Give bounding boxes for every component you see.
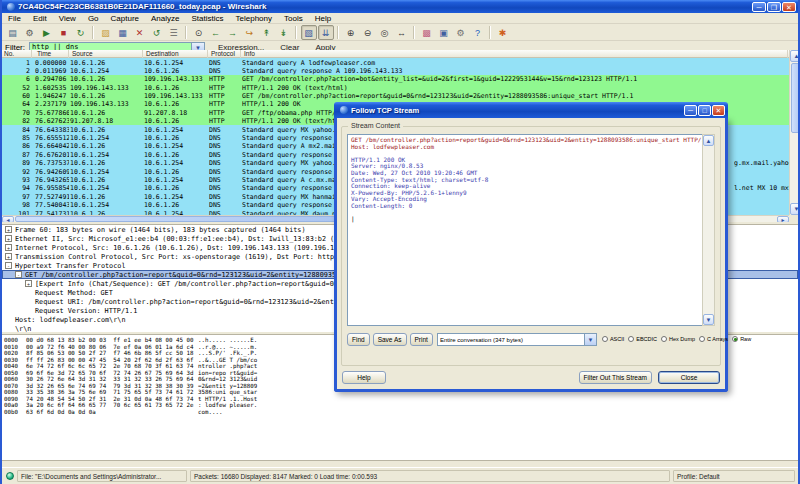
save-as-button[interactable]: Save As (373, 333, 407, 346)
go-forward-icon[interactable]: → (225, 25, 241, 40)
column-header-info[interactable]: Info (242, 50, 788, 58)
stream-scroll-down-icon[interactable]: ▼ (703, 314, 714, 325)
column-header-protocol[interactable]: Protocol (209, 50, 241, 58)
find-packet-icon[interactable]: ⊙ (191, 25, 207, 40)
collapse-icon[interactable]: - (5, 262, 12, 269)
zoom-out-icon[interactable]: ⊖ (360, 25, 376, 40)
packet-source: 10.6.1.254 (70, 67, 142, 75)
radio-ascii[interactable]: ASCII (602, 336, 624, 342)
expand-icon[interactable]: + (25, 280, 32, 287)
stream-content-text[interactable]: GET /bm/controller.php?action=report&gui… (347, 134, 703, 326)
hex-offset: 0020 (2, 350, 26, 356)
packet-list-vscrollbar[interactable]: ▲ ▼ (789, 50, 800, 215)
go-to-top-icon[interactable]: ↟ (259, 25, 275, 40)
conversation-select[interactable]: Entire conversation (347 bytes) ▼ (437, 333, 597, 346)
zoom-in-icon[interactable]: ⊕ (343, 25, 359, 40)
stream-scrollbar[interactable]: ▲ ▼ (702, 134, 715, 326)
help-button[interactable]: Help (342, 371, 386, 384)
capture-options-icon[interactable]: ⚙ (22, 25, 38, 40)
restore-button[interactable]: ❐ (767, 2, 781, 12)
menu-tools[interactable]: Tools (278, 13, 309, 23)
expand-icon[interactable]: + (5, 235, 12, 242)
menu-file[interactable]: File (2, 13, 27, 23)
capture-start-icon[interactable]: ▶ (39, 25, 55, 40)
scroll-down-icon[interactable]: ▼ (790, 203, 800, 215)
dialog-minimize-button[interactable]: ─ (684, 105, 697, 116)
column-header-no[interactable]: No. (2, 50, 32, 58)
capture-restart-icon[interactable]: ↻ (73, 25, 89, 40)
save-file-icon[interactable]: ▦ (115, 25, 131, 40)
preferences-icon[interactable]: ⚙ (453, 25, 469, 40)
go-to-packet-icon[interactable]: ↪ (242, 25, 258, 40)
display-filters-icon[interactable]: ▣ (436, 25, 452, 40)
zoom-100-icon[interactable]: ◎ (377, 25, 393, 40)
dialog-titlebar[interactable]: Follow TCP Stream ─ □ ✕ (334, 102, 728, 118)
column-header-time[interactable]: Time (35, 50, 69, 58)
help-icon[interactable]: ? (470, 25, 486, 40)
menu-analyze[interactable]: Analyze (145, 13, 185, 23)
colorize-toggle-icon[interactable]: ▧ (301, 25, 317, 40)
hex-offset: 0090 (2, 396, 26, 402)
reload-file-icon[interactable]: ↺ (149, 25, 165, 40)
menu-view[interactable]: View (53, 13, 82, 23)
packet-row[interactable]: 601.94624710.6.1.26109.196.143.133HTTPGE… (2, 92, 789, 100)
close-file-icon[interactable]: ✕ (132, 25, 148, 40)
hex-row[interactable]: 00b063 6f 6d 0d 0a 0d 0acom.... (2, 409, 798, 416)
packet-no: 94 (2, 184, 30, 192)
vscroll-thumb[interactable] (791, 63, 800, 133)
interface-list-icon[interactable]: ▤ (5, 25, 21, 40)
hex-ascii: ion=repo rt&guid= (198, 370, 257, 376)
expand-icon[interactable]: + (5, 253, 12, 260)
packet-row[interactable]: 20.01196910.6.1.25410.6.1.26DNSStandard … (2, 66, 789, 74)
status-bar: File: "E:\Documents and Settings\Adminis… (2, 467, 798, 484)
packet-no: 85 (2, 134, 30, 142)
packet-row[interactable]: 60.29470610.6.1.26109.196.143.133HTTPGET… (2, 75, 789, 83)
menu-telephony[interactable]: Telephony (230, 13, 278, 23)
print-button[interactable]: Print (410, 333, 433, 346)
packet-protocol: DNS (209, 67, 240, 75)
radio-dot-icon (699, 336, 705, 342)
filter-out-stream-button[interactable]: Filter Out This Stream (579, 371, 652, 384)
collapse-icon[interactable]: - (15, 271, 22, 278)
radio-hexdump[interactable]: Hex Dump (661, 336, 695, 342)
menu-edit[interactable]: Edit (27, 13, 53, 23)
go-to-bottom-icon[interactable]: ↡ (276, 25, 292, 40)
status-profile[interactable]: Profile: Default (673, 470, 795, 482)
resize-columns-icon[interactable]: ↔ (394, 25, 410, 40)
radio-ebcdic[interactable]: EBCDIC (628, 336, 657, 342)
autoscroll-toggle-icon[interactable]: ⇊ (318, 25, 334, 40)
radio-raw[interactable]: Raw (732, 336, 751, 342)
expand-icon[interactable]: + (5, 244, 12, 251)
stream-scroll-up-icon[interactable]: ▲ (703, 135, 714, 146)
menu-statistics[interactable]: Statistics (186, 13, 230, 23)
dialog-close-icon[interactable]: ✕ (712, 105, 725, 116)
find-button[interactable]: Find (347, 333, 370, 346)
chevron-down-icon[interactable]: ▼ (585, 333, 597, 346)
menu-go[interactable]: Go (82, 13, 105, 23)
close-button[interactable]: ✕ (782, 2, 796, 12)
packet-row[interactable]: 521.602535109.196.143.13310.6.1.26HTTPHT… (2, 83, 789, 91)
radio-carrays[interactable]: C Arrays (699, 336, 728, 342)
coloring-rules-icon[interactable]: ▩ (419, 25, 435, 40)
packet-protocol: DNS (209, 159, 240, 167)
column-header-source[interactable]: Source (70, 50, 143, 58)
dialog-close-button[interactable]: Close (658, 371, 720, 384)
packet-time: 76.664042 (35, 142, 69, 150)
packet-source: 109.196.143.133 (70, 84, 142, 92)
menu-capture[interactable]: Capture (105, 13, 145, 23)
detail-text: Host: lodfewpleaser.com\r\n (15, 316, 126, 324)
dialog-maximize-button[interactable]: □ (698, 105, 711, 116)
open-file-icon[interactable]: ▨ (98, 25, 114, 40)
expand-icon[interactable]: + (5, 226, 12, 233)
print-icon[interactable]: ☰ (166, 25, 182, 40)
minimize-button[interactable]: ─ (752, 2, 766, 12)
expert-info-icon[interactable] (6, 472, 14, 480)
column-header-destination[interactable]: Destination (144, 50, 208, 58)
capture-filters-icon[interactable]: ✱ (495, 25, 511, 40)
capture-stop-icon[interactable]: ■ (56, 25, 72, 40)
menu-help[interactable]: Help (309, 13, 337, 23)
go-back-icon[interactable]: ← (208, 25, 224, 40)
scroll-up-icon[interactable]: ▲ (790, 50, 800, 62)
packet-row[interactable]: 10.00000010.6.1.2610.6.1.254DNSStandard … (2, 58, 789, 66)
stream-request-line: Host: lodfewpleaser.com (351, 144, 699, 151)
